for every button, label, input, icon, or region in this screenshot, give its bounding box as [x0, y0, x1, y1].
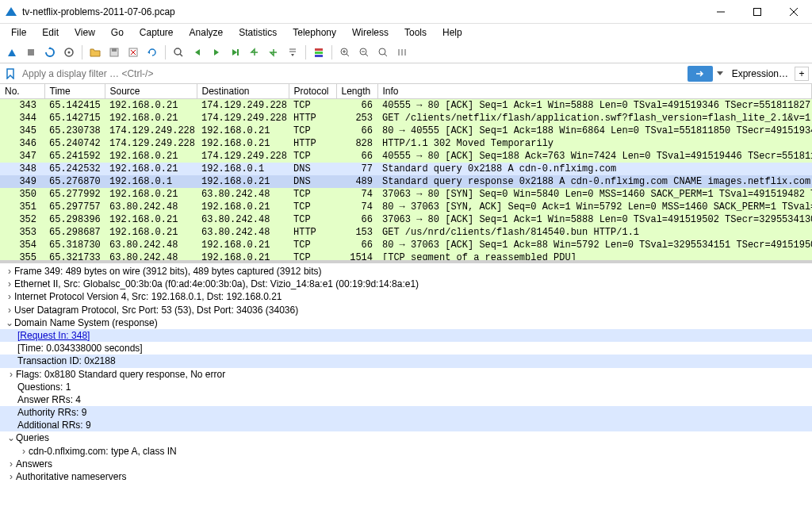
filterbar: Expression… +: [0, 63, 812, 84]
menu-help[interactable]: Help: [435, 25, 470, 40]
detail-time[interactable]: [Time: 0.034338000 seconds]: [0, 342, 812, 355]
svg-point-6: [68, 51, 71, 53]
go-to-packet-icon[interactable]: [227, 44, 244, 61]
menu-tools[interactable]: Tools: [396, 25, 435, 40]
packet-row[interactable]: 34665.240742174.129.249.228192.168.0.21H…: [0, 137, 812, 150]
detail-query-item[interactable]: ›cdn-0.nflximg.com: type A, class IN: [0, 445, 812, 458]
packet-row[interactable]: 34565.230738174.129.249.228192.168.0.21T…: [0, 125, 812, 137]
capture-options-icon[interactable]: [60, 44, 78, 61]
packet-row[interactable]: 34965.276870192.168.0.1192.168.0.21DNS48…: [0, 175, 812, 188]
detail-flags[interactable]: ›Flags: 0x8180 Standard query response, …: [0, 368, 812, 381]
menu-capture[interactable]: Capture: [132, 25, 182, 40]
save-file-icon[interactable]: [105, 44, 123, 61]
separator: [305, 45, 306, 59]
column-header[interactable]: No.: [0, 84, 44, 99]
zoom-out-icon[interactable]: [355, 44, 373, 61]
svg-line-26: [366, 54, 368, 56]
detail-dns[interactable]: ⌄Domain Name System (response): [0, 316, 812, 329]
svg-line-13: [180, 54, 182, 56]
svg-line-28: [385, 54, 387, 56]
detail-frame[interactable]: ›Frame 349: 489 bytes on wire (3912 bits…: [0, 265, 812, 278]
packet-row[interactable]: 34765.241592192.168.0.21174.129.249.228T…: [0, 150, 812, 163]
go-back-icon[interactable]: [189, 44, 206, 61]
detail-authority-rrs[interactable]: Authority RRs: 9: [0, 406, 812, 419]
svg-point-27: [379, 48, 385, 55]
detail-queries[interactable]: ⌄Queries: [0, 431, 812, 444]
separator: [331, 45, 332, 59]
packet-row[interactable]: 34465.142715192.168.0.21174.129.249.228H…: [0, 112, 812, 125]
app-icon: [5, 6, 17, 18]
filter-history-dropdown[interactable]: [714, 66, 726, 82]
packet-list-pane[interactable]: No.TimeSourceDestinationProtocolLengthIn…: [0, 84, 812, 263]
menu-telephony[interactable]: Telephony: [285, 25, 344, 40]
packet-row[interactable]: 35465.31873063.80.242.48192.168.0.21TCP6…: [0, 239, 812, 251]
close-button[interactable]: [776, 0, 812, 24]
auto-scroll-icon[interactable]: [284, 44, 301, 61]
menu-go[interactable]: Go: [103, 25, 132, 40]
packet-row[interactable]: 35365.298687192.168.0.2163.80.242.48HTTP…: [0, 226, 812, 239]
restart-capture-icon[interactable]: [41, 44, 59, 61]
separator: [82, 45, 82, 59]
menu-edit[interactable]: Edit: [34, 25, 67, 40]
find-packet-icon[interactable]: [170, 44, 187, 61]
add-filter-button[interactable]: +: [795, 67, 809, 81]
go-last-icon[interactable]: [265, 44, 282, 61]
detail-questions[interactable]: Questions: 1: [0, 381, 812, 393]
go-first-icon[interactable]: [246, 44, 263, 61]
detail-answer-rrs[interactable]: Answer RRs: 4: [0, 393, 812, 406]
detail-request-in[interactable]: [Request In: 348]: [0, 329, 812, 342]
detail-auth-ns[interactable]: ›Authoritative nameservers: [0, 470, 812, 483]
apply-filter-button[interactable]: [688, 66, 713, 82]
menu-analyze[interactable]: Analyze: [182, 25, 232, 40]
packet-row[interactable]: 34365.142415192.168.0.21174.129.249.228T…: [0, 99, 812, 113]
menu-statistics[interactable]: Statistics: [231, 25, 285, 40]
colorize-icon[interactable]: [310, 44, 327, 61]
detail-udp[interactable]: ›User Datagram Protocol, Src Port: 53 (5…: [0, 304, 812, 316]
menu-file[interactable]: File: [3, 25, 34, 40]
menubar: FileEditViewGoCaptureAnalyzeStatisticsTe…: [0, 24, 812, 41]
separator: [165, 45, 166, 59]
display-filter-input[interactable]: [19, 67, 686, 81]
detail-transaction-id[interactable]: Transaction ID: 0x2188: [0, 355, 812, 367]
filter-bookmark-icon[interactable]: [3, 67, 17, 81]
resize-columns-icon[interactable]: [393, 44, 411, 61]
minimize-button[interactable]: [703, 0, 739, 24]
reload-file-icon[interactable]: [144, 44, 161, 61]
detail-ethernet[interactable]: ›Ethernet II, Src: Globalsc_00:3b:0a (f0…: [0, 278, 812, 290]
open-file-icon[interactable]: [86, 44, 104, 61]
stop-capture-icon[interactable]: [22, 44, 40, 61]
go-forward-icon[interactable]: [208, 44, 225, 61]
column-header[interactable]: Destination: [197, 84, 289, 99]
column-header[interactable]: Time: [44, 84, 105, 99]
maximize-button[interactable]: [739, 0, 776, 24]
column-header[interactable]: Info: [377, 84, 812, 99]
packet-row[interactable]: 34865.242532192.168.0.21192.168.0.1DNS77…: [0, 163, 812, 175]
svg-rect-18: [315, 52, 323, 54]
svg-rect-19: [315, 55, 323, 57]
packet-details-pane[interactable]: ›Frame 349: 489 bytes on wire (3912 bits…: [0, 263, 812, 506]
column-header[interactable]: Length: [336, 84, 377, 99]
svg-rect-8: [112, 48, 117, 52]
svg-point-12: [174, 48, 181, 55]
start-capture-icon[interactable]: [3, 44, 21, 61]
packet-row[interactable]: 35565.32173363.80.242.48192.168.0.21TCP1…: [0, 251, 812, 263]
expression-button[interactable]: Expression…: [727, 67, 793, 81]
titlebar: tv-netflix-problems-2011-07-06.pcap: [0, 0, 812, 24]
detail-ip[interactable]: ›Internet Protocol Version 4, Src: 192.1…: [0, 290, 812, 303]
close-file-icon[interactable]: [124, 44, 142, 61]
column-header[interactable]: Protocol: [289, 84, 336, 99]
svg-rect-17: [315, 48, 323, 51]
svg-line-23: [347, 54, 349, 56]
menu-view[interactable]: View: [67, 25, 103, 40]
detail-additional-rrs[interactable]: Additional RRs: 9: [0, 419, 812, 431]
menu-wireless[interactable]: Wireless: [344, 25, 396, 40]
zoom-reset-icon[interactable]: [374, 44, 392, 61]
packet-row[interactable]: 35165.29775763.80.242.48192.168.0.21TCP7…: [0, 201, 812, 213]
zoom-in-icon[interactable]: [336, 44, 354, 61]
detail-answers[interactable]: ›Answers: [0, 458, 812, 470]
column-header[interactable]: Source: [105, 84, 197, 99]
toolbar: [0, 41, 812, 63]
svg-rect-4: [28, 49, 34, 56]
packet-row[interactable]: 35265.298396192.168.0.2163.80.242.48TCP6…: [0, 213, 812, 226]
packet-row[interactable]: 35065.277992192.168.0.2163.80.242.48TCP7…: [0, 188, 812, 201]
